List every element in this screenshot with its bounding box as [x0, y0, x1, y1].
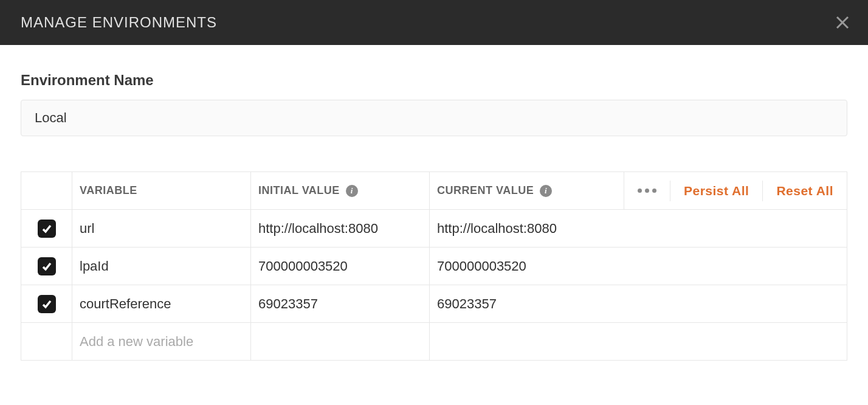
header-variable-label: VARIABLE	[80, 184, 137, 197]
enable-checkbox[interactable]	[38, 220, 56, 238]
variable-name: url	[80, 221, 94, 236]
persist-all-button[interactable]: Persist All	[670, 181, 763, 201]
table-row: lpaId 700000003520 700000003520	[21, 248, 847, 285]
close-icon	[836, 16, 849, 29]
environment-name-input[interactable]	[21, 100, 847, 136]
table-row: url http://localhost:8080 http://localho…	[21, 210, 847, 248]
variable-cell[interactable]: courtReference	[72, 285, 251, 323]
table-row: courtReference 69023357 69023357	[21, 285, 847, 323]
variables-table-wrap: VARIABLE INITIAL VALUE i CURRENT VALUE	[21, 171, 847, 361]
variable-cell[interactable]: url	[72, 210, 251, 248]
current-value: http://localhost:8080	[437, 221, 557, 236]
new-initial-value-cell[interactable]	[251, 323, 430, 361]
check-icon	[41, 261, 52, 272]
header-variable: VARIABLE	[72, 172, 251, 210]
current-value-cell[interactable]: http://localhost:8080	[430, 210, 847, 248]
initial-value-cell[interactable]: http://localhost:8080	[251, 210, 430, 248]
modal-body: Environment Name VARIABLE INITIAL VALU	[0, 45, 868, 361]
current-value-cell[interactable]: 69023357	[430, 285, 847, 323]
header-current-value: CURRENT VALUE i Persist All Reset All	[430, 172, 847, 210]
current-value-cell[interactable]: 700000003520	[430, 248, 847, 285]
header-initial-value: INITIAL VALUE i	[251, 172, 430, 210]
row-checkbox-cell	[21, 210, 72, 248]
more-icon	[638, 189, 656, 193]
modal-title: MANAGE ENVIRONMENTS	[21, 14, 217, 31]
variable-cell[interactable]: lpaId	[72, 248, 251, 285]
row-checkbox-cell	[21, 323, 72, 361]
header-initial-value-label: INITIAL VALUE	[258, 184, 340, 197]
header-checkbox-col	[21, 172, 72, 210]
current-value: 700000003520	[437, 258, 526, 274]
new-current-value-cell[interactable]	[430, 323, 847, 361]
variables-table: VARIABLE INITIAL VALUE i CURRENT VALUE	[21, 171, 847, 361]
check-icon	[41, 223, 52, 234]
info-icon[interactable]: i	[540, 185, 552, 197]
variable-name: lpaId	[80, 258, 109, 274]
new-variable-cell[interactable]	[72, 323, 251, 361]
info-icon[interactable]: i	[346, 185, 358, 197]
close-button[interactable]	[834, 14, 851, 31]
new-variable-input[interactable]	[80, 323, 243, 360]
initial-value: 69023357	[258, 296, 318, 311]
environment-name-label: Environment Name	[21, 72, 847, 89]
header-current-value-label: CURRENT VALUE	[437, 184, 534, 197]
initial-value-cell[interactable]: 700000003520	[251, 248, 430, 285]
enable-checkbox[interactable]	[38, 295, 56, 313]
row-checkbox-cell	[21, 285, 72, 323]
variable-name: courtReference	[80, 296, 171, 311]
check-icon	[41, 299, 52, 310]
table-row-new	[21, 323, 847, 361]
initial-value: 700000003520	[258, 258, 348, 274]
initial-value: http://localhost:8080	[258, 221, 378, 236]
initial-value-cell[interactable]: 69023357	[251, 285, 430, 323]
reset-all-button[interactable]: Reset All	[763, 181, 847, 201]
current-value: 69023357	[437, 296, 497, 311]
enable-checkbox[interactable]	[38, 257, 56, 275]
more-actions-button[interactable]	[624, 181, 670, 201]
table-header-row: VARIABLE INITIAL VALUE i CURRENT VALUE	[21, 172, 847, 210]
row-checkbox-cell	[21, 248, 72, 285]
modal-header: MANAGE ENVIRONMENTS	[0, 0, 868, 45]
